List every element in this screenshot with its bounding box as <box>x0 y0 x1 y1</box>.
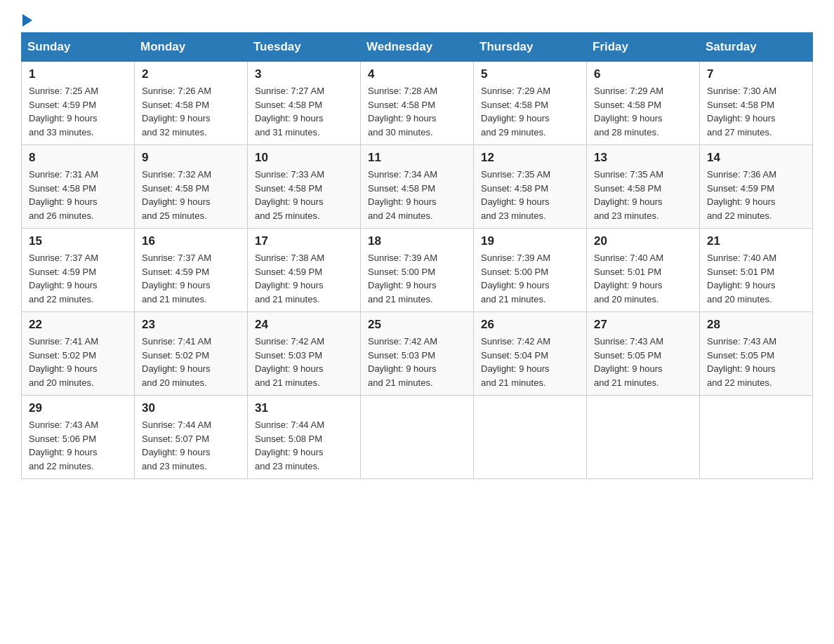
calendar-week-row: 29Sunrise: 7:43 AMSunset: 5:06 PMDayligh… <box>22 396 813 479</box>
calendar-cell <box>700 396 813 479</box>
day-info: Sunrise: 7:43 AMSunset: 5:06 PMDaylight:… <box>29 418 127 473</box>
calendar-cell: 17Sunrise: 7:38 AMSunset: 4:59 PMDayligh… <box>248 229 361 312</box>
day-number: 13 <box>594 151 692 165</box>
calendar-cell: 10Sunrise: 7:33 AMSunset: 4:58 PMDayligh… <box>248 145 361 229</box>
day-number: 15 <box>29 234 127 248</box>
day-number: 9 <box>142 151 240 165</box>
calendar-cell: 22Sunrise: 7:41 AMSunset: 5:02 PMDayligh… <box>22 312 135 396</box>
calendar-week-row: 1Sunrise: 7:25 AMSunset: 4:59 PMDaylight… <box>22 62 813 145</box>
day-number: 11 <box>368 151 466 165</box>
day-info: Sunrise: 7:43 AMSunset: 5:05 PMDaylight:… <box>707 335 805 389</box>
calendar-cell: 27Sunrise: 7:43 AMSunset: 5:05 PMDayligh… <box>587 312 700 396</box>
weekday-header-wednesday: Wednesday <box>361 33 474 62</box>
calendar-cell: 30Sunrise: 7:44 AMSunset: 5:07 PMDayligh… <box>135 396 248 479</box>
day-number: 17 <box>255 234 353 248</box>
day-number: 3 <box>255 67 353 81</box>
day-number: 20 <box>594 234 692 248</box>
calendar-cell: 5Sunrise: 7:29 AMSunset: 4:58 PMDaylight… <box>474 62 587 145</box>
day-number: 24 <box>255 318 353 332</box>
calendar-table: SundayMondayTuesdayWednesdayThursdayFrid… <box>21 32 813 479</box>
day-info: Sunrise: 7:35 AMSunset: 4:58 PMDaylight:… <box>481 168 579 222</box>
day-info: Sunrise: 7:41 AMSunset: 5:02 PMDaylight:… <box>29 335 127 389</box>
calendar-cell: 23Sunrise: 7:41 AMSunset: 5:02 PMDayligh… <box>135 312 248 396</box>
day-number: 16 <box>142 234 240 248</box>
calendar-cell: 2Sunrise: 7:26 AMSunset: 4:58 PMDaylight… <box>135 62 248 145</box>
day-info: Sunrise: 7:38 AMSunset: 4:59 PMDaylight:… <box>255 251 353 306</box>
day-info: Sunrise: 7:28 AMSunset: 4:58 PMDaylight:… <box>368 84 466 139</box>
calendar-cell: 3Sunrise: 7:27 AMSunset: 4:58 PMDaylight… <box>248 62 361 145</box>
day-number: 29 <box>29 401 127 415</box>
day-number: 22 <box>29 318 127 332</box>
calendar-cell: 20Sunrise: 7:40 AMSunset: 5:01 PMDayligh… <box>587 229 700 312</box>
calendar-header-row: SundayMondayTuesdayWednesdayThursdayFrid… <box>22 33 813 62</box>
day-info: Sunrise: 7:29 AMSunset: 4:58 PMDaylight:… <box>481 84 579 139</box>
calendar-cell: 26Sunrise: 7:42 AMSunset: 5:04 PMDayligh… <box>474 312 587 396</box>
day-number: 21 <box>707 234 805 248</box>
weekday-header-tuesday: Tuesday <box>248 33 361 62</box>
day-info: Sunrise: 7:35 AMSunset: 4:58 PMDaylight:… <box>594 168 692 222</box>
calendar-week-row: 8Sunrise: 7:31 AMSunset: 4:58 PMDaylight… <box>22 145 813 229</box>
logo <box>21 14 32 25</box>
calendar-cell: 24Sunrise: 7:42 AMSunset: 5:03 PMDayligh… <box>248 312 361 396</box>
day-info: Sunrise: 7:41 AMSunset: 5:02 PMDaylight:… <box>142 335 240 389</box>
calendar-week-row: 22Sunrise: 7:41 AMSunset: 5:02 PMDayligh… <box>22 312 813 396</box>
day-number: 2 <box>142 67 240 81</box>
day-info: Sunrise: 7:39 AMSunset: 5:00 PMDaylight:… <box>481 251 579 306</box>
calendar-cell: 31Sunrise: 7:44 AMSunset: 5:08 PMDayligh… <box>248 396 361 479</box>
logo-general <box>21 14 32 28</box>
calendar-cell: 13Sunrise: 7:35 AMSunset: 4:58 PMDayligh… <box>587 145 700 229</box>
day-number: 18 <box>368 234 466 248</box>
calendar-cell <box>474 396 587 479</box>
day-info: Sunrise: 7:32 AMSunset: 4:58 PMDaylight:… <box>142 168 240 222</box>
day-info: Sunrise: 7:31 AMSunset: 4:58 PMDaylight:… <box>29 168 127 222</box>
day-info: Sunrise: 7:27 AMSunset: 4:58 PMDaylight:… <box>255 84 353 139</box>
day-number: 14 <box>707 151 805 165</box>
day-info: Sunrise: 7:44 AMSunset: 5:08 PMDaylight:… <box>255 418 353 473</box>
day-number: 25 <box>368 318 466 332</box>
day-info: Sunrise: 7:42 AMSunset: 5:03 PMDaylight:… <box>255 335 353 389</box>
calendar-cell: 15Sunrise: 7:37 AMSunset: 4:59 PMDayligh… <box>22 229 135 312</box>
day-number: 28 <box>707 318 805 332</box>
day-info: Sunrise: 7:40 AMSunset: 5:01 PMDaylight:… <box>707 251 805 306</box>
calendar-cell: 25Sunrise: 7:42 AMSunset: 5:03 PMDayligh… <box>361 312 474 396</box>
calendar-cell <box>361 396 474 479</box>
day-number: 5 <box>481 67 579 81</box>
day-number: 23 <box>142 318 240 332</box>
calendar-cell: 4Sunrise: 7:28 AMSunset: 4:58 PMDaylight… <box>361 62 474 145</box>
calendar-cell: 8Sunrise: 7:31 AMSunset: 4:58 PMDaylight… <box>22 145 135 229</box>
weekday-header-monday: Monday <box>135 33 248 62</box>
calendar-cell: 12Sunrise: 7:35 AMSunset: 4:58 PMDayligh… <box>474 145 587 229</box>
day-info: Sunrise: 7:44 AMSunset: 5:07 PMDaylight:… <box>142 418 240 473</box>
calendar-cell: 9Sunrise: 7:32 AMSunset: 4:58 PMDaylight… <box>135 145 248 229</box>
calendar-week-row: 15Sunrise: 7:37 AMSunset: 4:59 PMDayligh… <box>22 229 813 312</box>
day-info: Sunrise: 7:25 AMSunset: 4:59 PMDaylight:… <box>29 84 127 139</box>
day-info: Sunrise: 7:43 AMSunset: 5:05 PMDaylight:… <box>594 335 692 389</box>
day-info: Sunrise: 7:29 AMSunset: 4:58 PMDaylight:… <box>594 84 692 139</box>
weekday-header-saturday: Saturday <box>700 33 813 62</box>
day-info: Sunrise: 7:40 AMSunset: 5:01 PMDaylight:… <box>594 251 692 306</box>
day-info: Sunrise: 7:33 AMSunset: 4:58 PMDaylight:… <box>255 168 353 222</box>
day-info: Sunrise: 7:42 AMSunset: 5:03 PMDaylight:… <box>368 335 466 389</box>
day-number: 27 <box>594 318 692 332</box>
day-info: Sunrise: 7:36 AMSunset: 4:59 PMDaylight:… <box>707 168 805 222</box>
day-info: Sunrise: 7:39 AMSunset: 5:00 PMDaylight:… <box>368 251 466 306</box>
day-info: Sunrise: 7:37 AMSunset: 4:59 PMDaylight:… <box>142 251 240 306</box>
calendar-cell: 1Sunrise: 7:25 AMSunset: 4:59 PMDaylight… <box>22 62 135 145</box>
calendar-cell: 19Sunrise: 7:39 AMSunset: 5:00 PMDayligh… <box>474 229 587 312</box>
day-info: Sunrise: 7:30 AMSunset: 4:58 PMDaylight:… <box>707 84 805 139</box>
day-info: Sunrise: 7:37 AMSunset: 4:59 PMDaylight:… <box>29 251 127 306</box>
day-info: Sunrise: 7:26 AMSunset: 4:58 PMDaylight:… <box>142 84 240 139</box>
calendar-cell: 7Sunrise: 7:30 AMSunset: 4:58 PMDaylight… <box>700 62 813 145</box>
calendar-cell: 18Sunrise: 7:39 AMSunset: 5:00 PMDayligh… <box>361 229 474 312</box>
calendar-cell: 6Sunrise: 7:29 AMSunset: 4:58 PMDaylight… <box>587 62 700 145</box>
day-info: Sunrise: 7:42 AMSunset: 5:04 PMDaylight:… <box>481 335 579 389</box>
logo-arrow-icon <box>22 14 32 27</box>
day-number: 31 <box>255 401 353 415</box>
calendar-cell: 28Sunrise: 7:43 AMSunset: 5:05 PMDayligh… <box>700 312 813 396</box>
day-number: 30 <box>142 401 240 415</box>
calendar-cell: 14Sunrise: 7:36 AMSunset: 4:59 PMDayligh… <box>700 145 813 229</box>
weekday-header-sunday: Sunday <box>22 33 135 62</box>
calendar-cell <box>587 396 700 479</box>
day-number: 26 <box>481 318 579 332</box>
day-number: 1 <box>29 67 127 81</box>
